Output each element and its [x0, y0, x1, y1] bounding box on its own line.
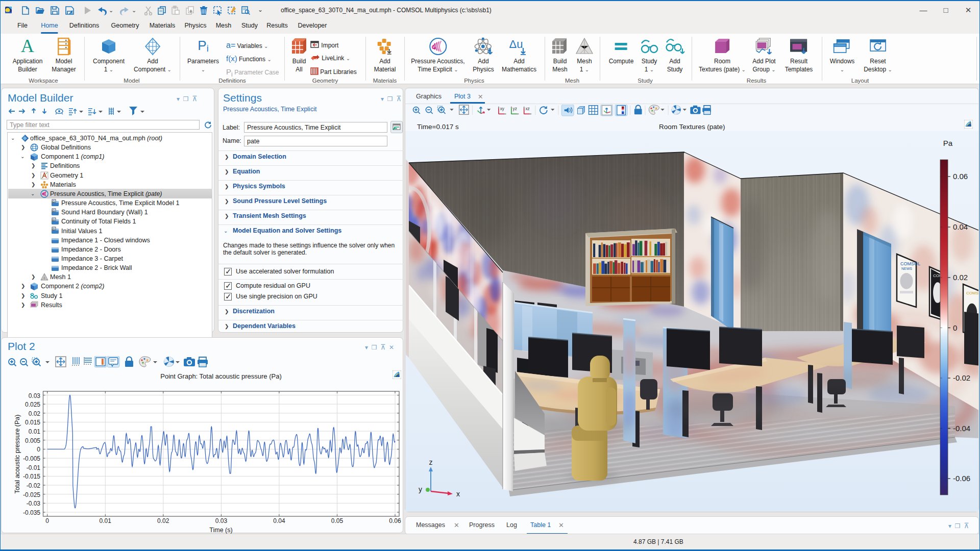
svg-text:-0.02: -0.02 [953, 373, 970, 382]
svg-text:0.04: 0.04 [953, 222, 968, 231]
svg-text:-0.04: -0.04 [953, 424, 970, 433]
svg-text:-0.03: -0.03 [27, 500, 41, 507]
svg-text:Δu: Δu [509, 38, 523, 51]
svg-text:0: 0 [37, 446, 40, 453]
svg-text:⌄: ⌄ [132, 7, 136, 13]
svg-text:0.01: 0.01 [29, 428, 41, 435]
svg-text:0: 0 [45, 517, 49, 524]
svg-text:COMSOL: COMSOL [966, 291, 978, 295]
svg-text:0.05: 0.05 [331, 517, 344, 524]
svg-text:Pa: Pa [943, 139, 953, 147]
svg-text:0.03: 0.03 [215, 517, 228, 524]
svg-text:0.02: 0.02 [29, 410, 41, 417]
svg-text:-0.01: -0.01 [27, 464, 41, 471]
svg-text:0: 0 [953, 323, 957, 332]
svg-text:0.02: 0.02 [157, 517, 169, 524]
svg-text:0.02: 0.02 [953, 273, 968, 282]
svg-text:-0.035: -0.035 [23, 509, 40, 516]
svg-text:0.04: 0.04 [273, 517, 285, 524]
svg-text:0.005: 0.005 [25, 437, 40, 444]
svg-text:D: D [53, 218, 55, 221]
svg-text:0.06: 0.06 [389, 517, 401, 524]
svg-text:xy: xy [500, 107, 505, 111]
svg-text:Pi: Pi [198, 38, 208, 54]
svg-text:Total acoustic pressure (Pa): Total acoustic pressure (Pa) [14, 415, 21, 494]
svg-text:⌄: ⌄ [109, 7, 113, 13]
svg-text:-0.005: -0.005 [23, 455, 40, 462]
svg-text:D: D [53, 209, 55, 212]
svg-text:y: y [419, 485, 422, 493]
svg-text:0.03: 0.03 [29, 392, 41, 399]
svg-text:D: D [53, 200, 55, 203]
svg-text:-0.015: -0.015 [23, 473, 40, 480]
svg-text:yz: yz [513, 107, 517, 111]
svg-text:0.025: 0.025 [25, 401, 40, 408]
svg-text:Time (s): Time (s) [209, 527, 232, 534]
svg-text:-0.02: -0.02 [27, 482, 41, 489]
svg-text:A: A [21, 37, 34, 56]
svg-text:D: D [53, 228, 55, 231]
svg-text:0.06: 0.06 [953, 172, 968, 181]
svg-text:xz: xz [525, 107, 529, 111]
svg-text:0.01: 0.01 [100, 517, 112, 524]
svg-text:-0.06: -0.06 [953, 474, 970, 483]
svg-text:COMSOL: COMSOL [900, 261, 920, 266]
svg-text:NEWS: NEWS [901, 267, 912, 270]
svg-text:⌄: ⌄ [258, 6, 263, 13]
svg-text:0.015: 0.015 [25, 419, 40, 426]
svg-text:z: z [429, 458, 433, 466]
svg-text:-0.025: -0.025 [23, 491, 40, 498]
svg-text:x: x [456, 490, 460, 498]
